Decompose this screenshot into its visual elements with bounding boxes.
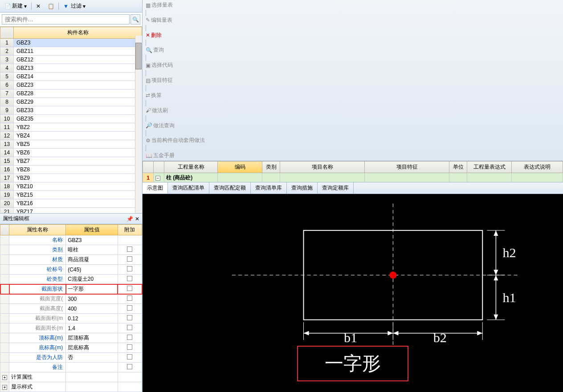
scrollbar-vertical[interactable] xyxy=(135,36,142,213)
tab-查询匹配定额[interactable]: 查询匹配定额 xyxy=(209,182,251,194)
property-group-row[interactable]: + 计算属性 xyxy=(0,372,142,382)
component-row[interactable]: 6GBZ23 xyxy=(0,81,142,89)
checkbox[interactable] xyxy=(127,335,132,340)
qty-row[interactable]: 1 − 柱 (商品砼) xyxy=(143,173,563,182)
toolbar-删除[interactable]: ✕删除 xyxy=(144,31,206,40)
property-row[interactable]: 截面面积(m 0.12 xyxy=(0,314,142,323)
delete-button[interactable]: ✕ xyxy=(34,2,44,10)
qty-header-5[interactable]: 项目名称 xyxy=(280,162,365,173)
prop-value[interactable]: 层顶标高 xyxy=(66,333,118,343)
close-icon[interactable]: ✕ xyxy=(135,216,139,222)
property-row[interactable]: 截面宽度( 300 xyxy=(0,294,142,304)
prop-value[interactable]: 暗柱 xyxy=(66,245,118,255)
component-row[interactable]: 18YBZ10 xyxy=(0,182,142,191)
pin-icon[interactable]: 📌 xyxy=(126,216,133,222)
component-row[interactable]: 14YBZ6 xyxy=(0,149,142,157)
component-row[interactable]: 11YBZ2 xyxy=(0,123,142,132)
prop-value[interactable]: 300 xyxy=(66,294,118,304)
component-row[interactable]: 19YBZ15 xyxy=(0,191,142,199)
prop-value[interactable] xyxy=(66,363,118,372)
prop-value[interactable]: C混凝土20 xyxy=(66,275,118,284)
prop-value[interactable]: (C45) xyxy=(66,265,118,275)
toolbar-选择代码[interactable]: ▣选择代码 xyxy=(144,61,206,69)
property-group-row[interactable]: + 显示样式 xyxy=(0,382,142,392)
filter-button[interactable]: ▼ 过滤 ▾ xyxy=(61,1,87,11)
prop-value[interactable]: 400 xyxy=(66,304,118,314)
qty-header-0[interactable] xyxy=(143,162,154,173)
toolbar-做法查询[interactable]: 🔎做法查询 xyxy=(144,121,206,130)
checkbox[interactable] xyxy=(127,247,132,252)
component-row[interactable]: 20YBZ16 xyxy=(0,199,142,208)
qty-header-2[interactable]: 工程量名称 xyxy=(164,162,218,173)
qty-header-3[interactable]: 编码 xyxy=(218,162,262,173)
toolbar-选择量表[interactable]: ▦选择量表 xyxy=(144,1,206,9)
tab-查询匹配清单[interactable]: 查询匹配清单 xyxy=(168,182,209,194)
property-row[interactable]: 类别 暗柱 xyxy=(0,245,142,255)
prop-value[interactable]: 商品混凝 xyxy=(66,255,118,265)
component-name-header[interactable]: 构件名称 xyxy=(14,27,142,39)
search-input[interactable] xyxy=(2,14,130,24)
component-row[interactable]: 8GBZ29 xyxy=(0,98,142,106)
component-row[interactable]: 17YBZ9 xyxy=(0,174,142,182)
property-row[interactable]: 名称 GBZ3 xyxy=(0,235,142,245)
component-row[interactable]: 13YBZ5 xyxy=(0,140,142,149)
checkbox[interactable] xyxy=(127,286,132,291)
property-row[interactable]: 截面高度( 400 xyxy=(0,304,142,314)
tab-查询措施[interactable]: 查询措施 xyxy=(287,182,318,194)
prop-value[interactable]: 一字形 xyxy=(66,284,118,294)
checkbox[interactable] xyxy=(127,295,132,301)
component-row[interactable]: 21YBZ17 xyxy=(0,208,142,214)
property-row[interactable]: 截面形状 一字形 xyxy=(0,284,142,294)
property-row[interactable]: 砼类型 C混凝土20 xyxy=(0,275,142,284)
qty-header-7[interactable]: 单位 xyxy=(449,162,467,173)
copy-button[interactable]: 📋 xyxy=(46,2,56,10)
prop-value[interactable]: GBZ3 xyxy=(66,235,118,245)
component-row[interactable]: 7GBZ28 xyxy=(0,89,142,98)
component-row[interactable]: 16YBZ8 xyxy=(0,166,142,174)
property-row[interactable]: 材质 商品混凝 xyxy=(0,255,142,265)
prop-value[interactable]: 1.4 xyxy=(66,323,118,333)
checkbox[interactable] xyxy=(127,364,132,369)
checkbox[interactable] xyxy=(127,305,132,311)
toolbar-换算[interactable]: ⇄换算 xyxy=(144,91,206,100)
property-row[interactable]: 是否为人防 否 xyxy=(0,353,142,363)
toolbar-当前构件自动套用做法[interactable]: ⚙当前构件自动套用做法 xyxy=(144,136,206,145)
toolbar-查询[interactable]: 🔍查询 xyxy=(144,46,206,54)
component-row[interactable]: 10GBZ35 xyxy=(0,115,142,123)
component-row[interactable]: 12YBZ4 xyxy=(0,132,142,140)
expand-toggle[interactable]: + xyxy=(0,372,9,382)
toolbar-项目特征[interactable]: ▤项目特征 xyxy=(144,76,206,85)
component-row[interactable]: 1GBZ3 xyxy=(0,39,142,47)
property-row[interactable]: 砼标号 (C45) xyxy=(0,265,142,275)
checkbox[interactable] xyxy=(127,266,132,271)
property-row[interactable]: 底标高(m) 层底标高 xyxy=(0,343,142,353)
scrollbar-thumb[interactable] xyxy=(135,43,142,69)
expand-toggle[interactable]: − xyxy=(155,176,160,181)
property-row[interactable]: 顶标高(m) 层顶标高 xyxy=(0,333,142,343)
checkbox[interactable] xyxy=(127,325,132,330)
property-row[interactable]: 截面周长(m 1.4 xyxy=(0,323,142,333)
expand-toggle[interactable]: + xyxy=(0,382,9,392)
component-row[interactable]: 4GBZ13 xyxy=(0,64,142,73)
diagram-canvas[interactable]: b1 b2 h2 h1 一字形 xyxy=(143,194,563,392)
toolbar-五金手册[interactable]: 📖五金手册 xyxy=(144,151,206,160)
checkbox[interactable] xyxy=(127,344,132,350)
tab-示意图[interactable]: 示意图 xyxy=(143,182,168,194)
component-row[interactable]: 2GBZ11 xyxy=(0,47,142,56)
new-button[interactable]: 📄 新建 ▾ xyxy=(3,1,29,11)
checkbox[interactable] xyxy=(127,276,132,281)
qty-header-8[interactable]: 工程量表达式 xyxy=(467,162,512,173)
prop-value[interactable]: 0.12 xyxy=(66,314,118,323)
tab-查询清单库[interactable]: 查询清单库 xyxy=(251,182,287,194)
qty-header-9[interactable]: 表达式说明 xyxy=(512,162,563,173)
property-row[interactable]: 备注 xyxy=(0,363,142,372)
toolbar-做法刷[interactable]: 🖌做法刷 xyxy=(144,106,206,115)
component-row[interactable]: 3GBZ12 xyxy=(0,56,142,64)
component-row[interactable]: 15YBZ7 xyxy=(0,157,142,166)
qty-header-1[interactable] xyxy=(154,162,164,173)
checkbox[interactable] xyxy=(127,315,132,320)
qty-header-4[interactable]: 类别 xyxy=(262,162,280,173)
toolbar-编辑量表[interactable]: ✎编辑量表 xyxy=(144,16,206,24)
prop-value[interactable]: 否 xyxy=(66,353,118,363)
prop-value[interactable]: 层底标高 xyxy=(66,343,118,353)
